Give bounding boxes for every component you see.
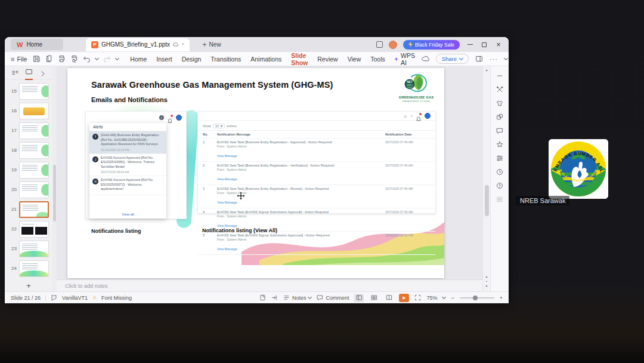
menu-item[interactable]: Transitions — [206, 53, 245, 65]
add-slide-button[interactable]: + — [5, 279, 52, 291]
alert-text: EnVISS Account Approved [Ref No. ES/2025… — [101, 156, 163, 170]
panel-layout-icon[interactable] — [475, 55, 483, 63]
collapse-ribbon-icon[interactable] — [504, 56, 508, 60]
view-message-link[interactable]: View Message — [217, 247, 237, 251]
normal-view-button[interactable] — [354, 294, 364, 302]
participant-video[interactable]: LEMBAGA SUMBER ASLI DAN ALAM SEKITAR SAR… — [549, 139, 608, 199]
wps-ai-button[interactable]: WPS AI — [389, 52, 422, 66]
menu-item[interactable]: Home — [126, 53, 151, 65]
menu-item[interactable]: Design — [178, 53, 206, 65]
clipboard-icon[interactable] — [45, 55, 53, 63]
share-button[interactable]: Share — [436, 54, 469, 64]
task-window-icon[interactable] — [259, 294, 266, 301]
settings-sliders-icon[interactable] — [496, 155, 503, 162]
scroll-up-icon[interactable]: ▴ — [485, 67, 487, 72]
tab-home[interactable]: W Home — [11, 39, 63, 50]
comment-panel-icon[interactable] — [496, 127, 503, 134]
history-clock-icon[interactable] — [496, 168, 503, 176]
slide-thumbnail[interactable]: 22 — [5, 221, 52, 238]
slide-thumbnail[interactable]: 23 — [5, 241, 52, 257]
slide-view-icon[interactable] — [25, 68, 33, 76]
more-options-icon[interactable]: ··· — [490, 56, 498, 63]
menu-item[interactable]: Tools — [366, 53, 389, 65]
style-icon[interactable] — [496, 100, 503, 107]
new-tab-button[interactable]: + New — [203, 41, 221, 49]
slideshow-play-button[interactable]: ▶ — [399, 294, 409, 302]
fit-screen-icon[interactable] — [414, 294, 421, 301]
table-row: 2 EnVISS New Task [Business Entity Regis… — [198, 162, 435, 185]
print-icon[interactable] — [58, 55, 66, 63]
collapse-icon[interactable] — [496, 72, 503, 79]
zoom-slider[interactable] — [460, 297, 494, 299]
scrollbar-thumb[interactable] — [485, 185, 489, 216]
expand-panel-icon[interactable] — [39, 70, 47, 78]
previous-slide-button[interactable]: ▴ — [486, 275, 488, 278]
alert-item[interactable]: N EnVISS Account Approved [Ref No. ES/20… — [89, 176, 166, 195]
notes-pane[interactable]: Click to add notes — [57, 279, 482, 291]
logo-line2: MANAGEMENT SYSTEM — [402, 100, 430, 103]
zoom-out-button[interactable]: − — [451, 295, 454, 301]
view-message-link[interactable]: View Message — [217, 154, 237, 158]
slide-thumbnail[interactable]: 24 — [5, 260, 52, 277]
cloud-icon[interactable] — [422, 55, 429, 63]
slide-thumbnail[interactable]: 15 — [5, 83, 52, 100]
restore-button[interactable] — [480, 41, 488, 49]
view-message-link[interactable]: View Message — [217, 201, 237, 205]
theme-name[interactable]: VanillaVT1 — [62, 295, 88, 301]
menu-item[interactable]: Review — [313, 53, 342, 65]
black-friday-sale-button[interactable]: Black Friday Sale — [403, 40, 460, 50]
file-menu[interactable]: ≡ File — [11, 56, 27, 63]
minimize-button[interactable] — [466, 41, 474, 49]
shapes-icon[interactable] — [496, 113, 503, 121]
menu-item[interactable]: Insert — [152, 53, 176, 65]
page-size-select[interactable]: 10 — [213, 124, 225, 128]
notes-toggle[interactable]: Notes — [283, 294, 312, 301]
close-button[interactable]: × — [494, 41, 503, 49]
save-icon[interactable] — [33, 55, 41, 63]
next-slide-button[interactable]: ▾ — [486, 284, 488, 288]
zoom-slider-knob[interactable] — [473, 296, 478, 300]
outline-view-icon[interactable] — [11, 70, 19, 78]
view-message-link[interactable]: View Message — [217, 177, 237, 182]
ghgms-logo: NET ZERO 2050 GREENHOUSE GAS MANAGEMENT … — [399, 71, 434, 109]
menu-item[interactable]: View — [343, 53, 366, 65]
print-preview-icon[interactable] — [70, 55, 78, 63]
slide-thumbnail-preview — [19, 122, 49, 139]
undo-icon[interactable] — [83, 55, 91, 63]
menu-item[interactable]: Animations — [246, 53, 286, 65]
editor-scrollbar[interactable]: ▴ ▴ • ▾ — [482, 66, 490, 291]
reading-view-button[interactable] — [384, 294, 394, 302]
account-avatar[interactable] — [389, 41, 397, 49]
apps-grid-icon[interactable] — [496, 196, 503, 203]
font-missing-label[interactable]: Font Missing — [101, 295, 132, 301]
slide-sorter-view-button[interactable] — [369, 294, 379, 302]
panel-scrollbar[interactable] — [52, 66, 57, 291]
tab-switcher-icon[interactable] — [376, 41, 383, 48]
help-icon[interactable] — [496, 182, 503, 189]
comment-button[interactable]: Comment — [317, 294, 349, 301]
side-panel-toggle-icon[interactable] — [271, 294, 278, 301]
zoom-in-button[interactable]: + — [500, 295, 503, 301]
caption-left: Notifications listing — [91, 228, 141, 234]
slide-thumbnail[interactable]: 17 — [5, 122, 52, 139]
slide-thumbnail[interactable]: 16 — [5, 103, 52, 119]
slide-thumbnail[interactable]: 19 — [5, 162, 52, 179]
slide-thumbnail[interactable]: 21 — [5, 201, 52, 218]
toolbar-more-icon[interactable] — [115, 56, 119, 60]
view-all-link[interactable]: View all — [89, 210, 166, 219]
undo-dropdown-icon[interactable] — [95, 56, 99, 60]
alert-item[interactable]: J EnVISS Account Approved [Ref No. ES/20… — [89, 154, 166, 177]
file-menu-label: File — [17, 56, 27, 63]
slide-thumbnail[interactable]: 20 — [5, 182, 52, 198]
alert-item[interactable]: T [GHG-MS] Business Entity Registration … — [89, 131, 166, 154]
slide-canvas[interactable]: Sarawak Greenhouse Gas Management System… — [67, 68, 444, 278]
quick-tools-icon[interactable] — [496, 86, 503, 93]
lightning-icon — [408, 42, 413, 47]
redo-icon[interactable] — [103, 55, 111, 63]
alerts-screenshot: i Alerts T [GHG-MS] Busin — [85, 111, 187, 219]
star-icon[interactable] — [496, 141, 503, 148]
zoom-level[interactable]: 75% — [426, 295, 437, 301]
zoom-dropdown-icon[interactable] — [442, 295, 446, 299]
menu-item[interactable]: Slide Show — [287, 50, 312, 69]
slide-thumbnail[interactable]: 18 — [5, 142, 52, 159]
